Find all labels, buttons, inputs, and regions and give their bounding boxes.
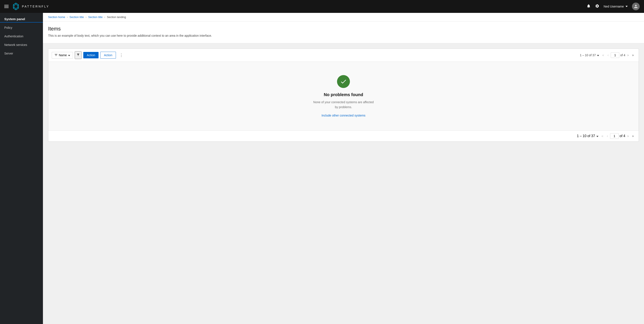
breadcrumb: Section home › Section title › Section t…: [43, 13, 644, 21]
svg-marker-1: [14, 4, 18, 8]
page-of-label-top: of 4: [620, 53, 625, 57]
action-secondary-button[interactable]: Action: [100, 52, 116, 58]
breadcrumb-section-title-1[interactable]: Section title: [70, 15, 84, 19]
breadcrumb-sep-3: ›: [104, 16, 105, 19]
last-page-button-top[interactable]: »: [631, 52, 635, 58]
breadcrumb-sep-1: ›: [67, 16, 68, 19]
pagination-range-bottom: 1 – 10 of 37: [577, 134, 598, 138]
filter-button[interactable]: Name: [52, 52, 73, 58]
top-toolbar: Name Action Action ⋮: [48, 49, 639, 62]
username: Ned Username: [604, 5, 624, 8]
sort-button[interactable]: [75, 51, 82, 59]
next-page-button-top[interactable]: ›: [626, 52, 630, 58]
action-primary-button[interactable]: Action: [83, 52, 98, 58]
avatar[interactable]: [632, 2, 640, 10]
main-content: Section home › Section title › Section t…: [43, 13, 644, 324]
pagination-range-label-bottom: 1 – 10 of 37: [577, 134, 595, 138]
empty-state-title: No problems found: [324, 92, 363, 97]
include-systems-link[interactable]: Include other connected systems: [322, 114, 366, 117]
empty-state-description: None of your connected systems are affec…: [313, 100, 374, 109]
filter-dropdown-icon: [68, 53, 70, 57]
breadcrumb-current: Section landing: [107, 15, 126, 19]
filter-icon: [54, 53, 58, 57]
page-of-label-bottom: of 4: [620, 134, 625, 138]
sidebar-item-network-services[interactable]: Network services: [0, 40, 43, 49]
pagination-range-top: 1 – 10 of 37: [580, 53, 599, 57]
prev-page-button-bottom[interactable]: ‹: [606, 133, 609, 139]
hamburger-menu[interactable]: [4, 5, 8, 8]
page-header: Items This is an example of body text, w…: [43, 21, 644, 43]
checkmark-icon: [340, 78, 347, 85]
pagination-range-dropdown-icon-bottom[interactable]: [596, 134, 598, 138]
success-icon: [337, 75, 350, 88]
pagination-nav-bottom: « ‹ of 4 › »: [600, 133, 635, 139]
first-page-button-bottom[interactable]: «: [600, 133, 605, 139]
first-page-button-top[interactable]: «: [601, 52, 605, 58]
sidebar-item-policy[interactable]: Policy: [0, 23, 43, 32]
sidebar: System panel Policy Authentication Netwo…: [0, 13, 43, 324]
notification-icon[interactable]: [586, 4, 591, 9]
sidebar-item-server[interactable]: Server: [0, 49, 43, 58]
user-menu[interactable]: Ned Username: [604, 5, 628, 8]
sidebar-item-authentication[interactable]: Authentication: [0, 32, 43, 40]
patternfly-logo: [12, 2, 20, 10]
sidebar-title: System panel: [0, 13, 43, 22]
bottom-toolbar: 1 – 10 of 37 « ‹ of 4 › »: [48, 130, 639, 141]
top-pagination: 1 – 10 of 37 « ‹ of 4 › »: [580, 52, 635, 58]
page-description: This is an example of body text, which y…: [48, 33, 639, 38]
page-input-top[interactable]: [611, 52, 619, 58]
kebab-menu-button[interactable]: ⋮: [118, 52, 125, 58]
page-input-bottom[interactable]: [610, 133, 619, 139]
last-page-button-bottom[interactable]: »: [631, 133, 635, 139]
filter-label: Name: [59, 53, 67, 57]
pagination-range-label: 1 – 10 of 37: [580, 53, 596, 57]
empty-state: No problems found None of your connected…: [48, 62, 639, 130]
toolbar-card: Name Action Action ⋮: [48, 48, 639, 142]
brand-name: PATTERNFLY: [22, 5, 49, 8]
top-navigation: PATTERNFLY Ned Username: [0, 0, 644, 13]
user-dropdown-icon: [626, 6, 628, 7]
breadcrumb-sep-2: ›: [86, 16, 86, 19]
brand: PATTERNFLY: [12, 2, 49, 10]
page-title: Items: [48, 26, 639, 32]
pagination-range-dropdown-icon[interactable]: [597, 53, 599, 57]
pagination-nav-top: « ‹ of 4 › »: [601, 52, 635, 58]
settings-icon[interactable]: [595, 4, 599, 9]
breadcrumb-section-home[interactable]: Section home: [48, 15, 65, 19]
breadcrumb-section-title-2[interactable]: Section title: [88, 15, 102, 19]
prev-page-button-top[interactable]: ‹: [606, 52, 610, 58]
next-page-button-bottom[interactable]: ›: [626, 133, 630, 139]
content-area: Name Action Action ⋮: [43, 43, 644, 324]
